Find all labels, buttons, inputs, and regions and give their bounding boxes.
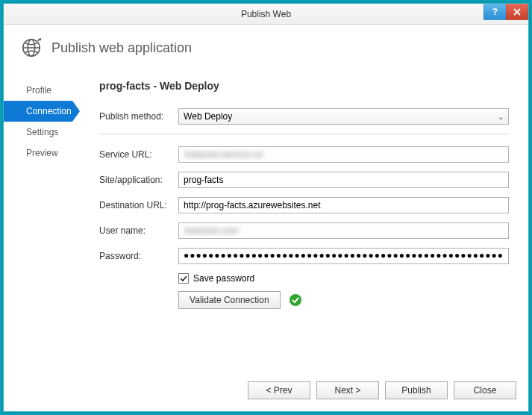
dialog-window: Publish Web ? Publish web applic (3, 3, 529, 412)
save-password-checkbox[interactable] (178, 273, 189, 284)
username-label: User name: (99, 225, 178, 236)
next-button[interactable]: Next > (316, 381, 379, 399)
sidebar-item-profile[interactable]: Profile (4, 80, 72, 101)
check-icon (180, 275, 187, 282)
close-window-button[interactable] (506, 4, 528, 20)
service-url-label: Service URL: (99, 149, 178, 160)
close-icon (513, 8, 521, 16)
dialog-title: Publish web application (51, 40, 192, 56)
publish-method-value: Web Deploy (184, 111, 232, 122)
service-url-input[interactable] (178, 146, 509, 163)
publish-method-select[interactable]: Web Deploy ⌄ (178, 108, 509, 125)
globe-icon (20, 37, 43, 59)
save-password-label: Save password (193, 273, 254, 284)
titlebar: Publish Web ? (4, 4, 528, 25)
window-buttons: ? (484, 4, 528, 20)
password-input[interactable]: ●●●●●●●●●●●●●●●●●●●●●●●●●●●●●●●●●●●●●●●●… (178, 248, 509, 264)
chevron-down-icon: ⌄ (498, 113, 504, 121)
sidebar-item-settings[interactable]: Settings (4, 122, 72, 143)
help-button[interactable]: ? (484, 4, 506, 20)
site-app-input[interactable] (178, 172, 509, 188)
prev-button[interactable]: < Prev (248, 381, 310, 399)
page-title: prog-facts - Web Deploy (99, 80, 509, 92)
destination-url-label: Destination URL: (99, 200, 178, 210)
divider (99, 134, 509, 134)
sidebar-item-label: Settings (26, 127, 58, 137)
validate-row: Validate Connection (178, 291, 509, 309)
password-label: Password: (99, 251, 178, 261)
validated-ok-icon (290, 294, 301, 306)
publish-button[interactable]: Publish (385, 381, 448, 399)
destination-url-row: Destination URL: (99, 197, 509, 213)
close-button[interactable]: Close (454, 381, 516, 399)
sidebar-item-label: Connection (26, 106, 72, 116)
wizard-sidebar: Profile Connection Settings Preview (4, 66, 72, 372)
password-row: Password: ●●●●●●●●●●●●●●●●●●●●●●●●●●●●●●… (99, 248, 509, 264)
validate-connection-button[interactable]: Validate Connection (178, 291, 281, 309)
sidebar-item-connection[interactable]: Connection (4, 101, 72, 122)
service-url-row: Service URL: (99, 146, 509, 163)
dialog-footer: < Prev Next > Publish Close (4, 372, 528, 411)
sidebar-item-label: Profile (26, 85, 51, 96)
site-app-label: Site/application: (99, 175, 178, 185)
publish-method-row: Publish method: Web Deploy ⌄ (99, 108, 509, 125)
username-row: User name: (99, 222, 509, 239)
dialog-header: Publish web application (4, 25, 528, 66)
publish-method-label: Publish method: (99, 111, 178, 122)
sidebar-item-label: Preview (26, 148, 58, 158)
dialog-body: Profile Connection Settings Preview prog… (4, 66, 528, 372)
site-app-row: Site/application: (99, 172, 509, 188)
wizard-content: prog-facts - Web Deploy Publish method: … (72, 66, 521, 372)
save-password-row: Save password (178, 273, 509, 284)
username-input[interactable] (178, 222, 509, 239)
sidebar-item-preview[interactable]: Preview (4, 143, 72, 163)
destination-url-input[interactable] (178, 197, 509, 213)
window-title: Publish Web (4, 9, 528, 19)
